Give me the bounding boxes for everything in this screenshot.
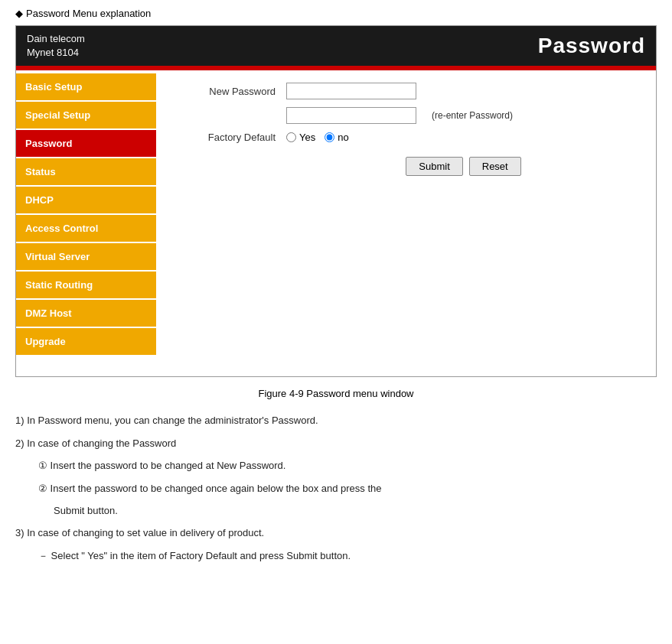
factory-default-label: Factory Default — [171, 132, 286, 143]
sidebar-item-dhcp[interactable]: DHCP — [16, 187, 156, 213]
radio-no-label[interactable]: no — [325, 132, 348, 143]
section-title: ◆Password Menu explanation — [15, 8, 657, 19]
radio-no-input[interactable] — [325, 132, 334, 142]
main-layout: Basic Setup Special Setup Password Statu… — [16, 70, 656, 376]
factory-default-row: Factory Default Yes no — [171, 132, 641, 143]
sidebar-item-virtual-server[interactable]: Virtual Server — [16, 243, 156, 270]
desc-line4b: Submit button. — [54, 502, 657, 519]
desc-line4: ② Insert the password to be changed once… — [38, 480, 657, 497]
sidebar-item-password[interactable]: Password — [16, 130, 156, 157]
factory-default-radio-group: Yes no — [286, 132, 349, 143]
radio-yes-label[interactable]: Yes — [286, 132, 315, 143]
description: 1) In Password menu, you can change the … — [15, 411, 657, 564]
router-header: Dain telecom Mynet 8104 Password — [16, 26, 656, 66]
reenter-note: (re-enter Password) — [432, 110, 513, 121]
desc-line5: 3) In case of changing to set value in d… — [15, 524, 657, 542]
new-password-row: New Password — [171, 83, 641, 99]
desc-line6: － Select " Yes" in the item of Factory D… — [38, 547, 657, 564]
radio-yes-text: Yes — [299, 132, 315, 143]
content-area: New Password (re-enter Password) Factory… — [156, 70, 656, 376]
figure-caption: Figure 4-9 Password menu window — [15, 388, 657, 399]
radio-no-text: no — [338, 132, 348, 143]
reset-button[interactable]: Reset — [469, 157, 521, 176]
sidebar: Basic Setup Special Setup Password Statu… — [16, 70, 156, 376]
sidebar-item-static-routing[interactable]: Static Routing — [16, 272, 156, 298]
sidebar-item-access-control[interactable]: Access Control — [16, 215, 156, 242]
submit-button[interactable]: Submit — [406, 157, 462, 176]
sidebar-item-basic-setup[interactable]: Basic Setup — [16, 73, 156, 100]
reenter-password-input[interactable] — [286, 107, 416, 124]
sidebar-item-dmz-host[interactable]: DMZ Host — [16, 300, 156, 327]
sidebar-item-special-setup[interactable]: Special Setup — [16, 102, 156, 128]
new-password-label: New Password — [171, 86, 286, 97]
brand-name: Dain telecom Mynet 8104 — [27, 32, 85, 60]
diamond-icon: ◆ — [15, 8, 23, 19]
new-password-input[interactable] — [286, 83, 416, 99]
desc-line1: 1) In Password menu, you can change the … — [15, 411, 657, 429]
desc-line3: ① Insert the password to be changed at N… — [38, 457, 657, 474]
desc-line2: 2) In case of changing the Password — [15, 434, 657, 452]
button-row: Submit Reset — [171, 157, 641, 176]
page-title-heading: Password — [538, 34, 645, 58]
sidebar-item-upgrade[interactable]: Upgrade — [16, 328, 156, 355]
reenter-password-row: (re-enter Password) — [171, 107, 641, 124]
router-ui-container: Dain telecom Mynet 8104 Password Basic S… — [15, 25, 657, 377]
radio-yes-input[interactable] — [286, 132, 296, 142]
sidebar-item-status[interactable]: Status — [16, 158, 156, 185]
